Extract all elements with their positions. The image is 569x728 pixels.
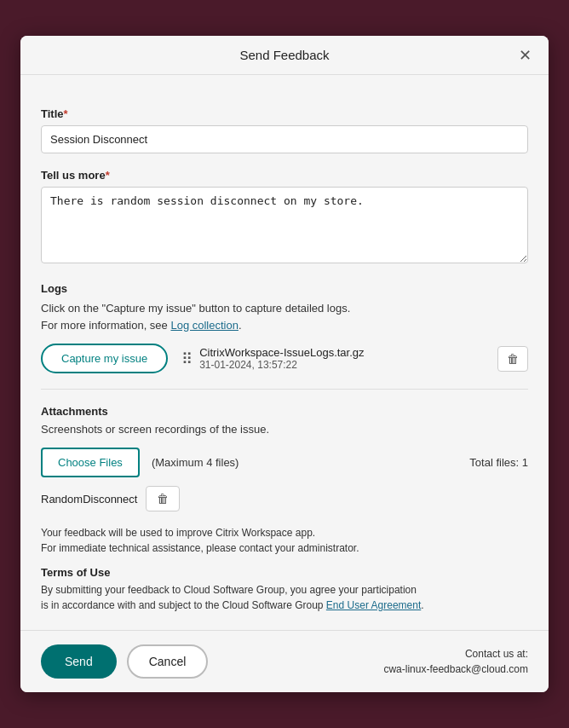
tell-more-label: Tell us more* [41,169,528,182]
attachments-section: Attachments Screenshots or screen record… [41,405,528,511]
log-trash-icon: 🗑 [507,352,519,366]
logs-row: Capture my issue ⠿ CitrixWorkspace-Issue… [41,344,528,373]
divider [41,389,528,390]
log-delete-button[interactable]: 🗑 [497,346,528,372]
dialog-footer: Send Cancel Contact us at: cwa-linux-fee… [20,630,549,692]
logs-description: Click on the "Capture my issue" button t… [41,300,528,333]
attachments-row: Choose Files (Maximum 4 files) Total fil… [41,448,528,477]
attachments-label: Attachments [41,405,528,418]
attachment-trash-icon: 🗑 [157,492,169,506]
terms-text: By submitting your feedback to Cloud Sof… [41,582,528,613]
attachment-delete-button[interactable]: 🗑 [146,486,180,511]
logs-section: Logs Click on the "Capture my issue" but… [41,282,528,373]
log-collection-link[interactable]: Log collection [170,319,239,332]
logs-label: Logs [41,282,528,295]
title-section: Title* [41,107,528,153]
dialog-title: Send Feedback [239,48,329,62]
log-file-info: ⠿ CitrixWorkspace-IssueLogs.tar.gz 31-01… [181,346,484,371]
footer-buttons: Send Cancel [41,644,208,679]
log-file-icon: ⠿ [181,350,193,368]
cancel-button[interactable]: Cancel [127,644,209,679]
title-label: Title* [41,107,528,120]
capture-my-issue-button[interactable]: Capture my issue [41,344,168,373]
log-filename: CitrixWorkspace-IssueLogs.tar.gz [199,346,364,359]
dialog-header: Send Feedback ✕ [20,36,549,75]
send-feedback-dialog: Send Feedback ✕ Title* Tell us more* The… [20,36,549,692]
terms-title: Terms of Use [41,566,528,579]
tell-more-section: Tell us more* There is random session di… [41,169,528,267]
contact-info: Contact us at: cwa-linux-feedback@cloud.… [383,646,528,677]
title-input[interactable] [41,125,528,153]
max-files-label: (Maximum 4 files) [152,456,239,469]
eula-link[interactable]: End User Agreement [326,599,421,611]
close-button[interactable]: ✕ [514,46,537,65]
tell-more-input[interactable]: There is random session disconnect on my… [41,187,528,263]
attachment-file-row: RandomDisconnect 🗑 [41,486,528,511]
send-button[interactable]: Send [41,644,117,679]
dialog-body: Title* Tell us more* There is random ses… [20,75,549,630]
feedback-notice: Your feedback will be used to improve Ci… [41,525,528,556]
log-datetime: 31-01-2024, 13:57:22 [199,359,364,371]
choose-files-button[interactable]: Choose Files [41,448,140,477]
attachment-filename: RandomDisconnect [41,493,137,506]
attachments-description: Screenshots or screen recordings of the … [41,423,528,436]
log-file-details: CitrixWorkspace-IssueLogs.tar.gz 31-01-2… [199,346,364,371]
total-files-count: Total files: 1 [469,456,528,469]
